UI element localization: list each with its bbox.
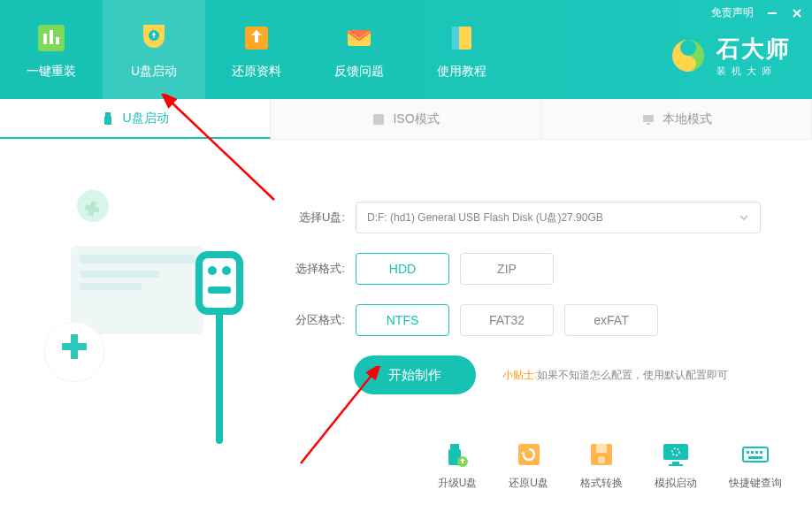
mode-tabs: U盘启动 ISO模式 本地模式 (0, 99, 812, 140)
start-button[interactable]: 开始制作 (354, 355, 476, 394)
tool-label: 格式转换 (580, 476, 623, 491)
format-zip[interactable]: ZIP (460, 253, 554, 285)
monitor-icon (641, 112, 655, 126)
svg-rect-39 (743, 447, 768, 462)
svg-point-24 (208, 266, 217, 275)
chart-icon (33, 19, 70, 57)
svg-rect-14 (373, 114, 384, 125)
book-icon (443, 19, 480, 57)
illustration (27, 166, 257, 449)
svg-rect-6 (56, 37, 59, 44)
svg-rect-15 (643, 115, 654, 122)
svg-rect-42 (755, 451, 758, 454)
svg-rect-19 (80, 271, 159, 278)
restore-icon (511, 439, 547, 470)
svg-rect-4 (43, 34, 47, 44)
mail-icon (341, 19, 378, 57)
tool-label: 快捷键查询 (729, 476, 782, 491)
nav-usb-boot[interactable]: U盘启动 (103, 0, 205, 99)
svg-rect-16 (647, 123, 650, 125)
svg-point-34 (598, 456, 605, 463)
partition-row: 分区格式: NTFS FAT32 exFAT (283, 304, 812, 336)
nav-label: 还原资料 (232, 64, 281, 80)
tool-label: 还原U盘 (509, 476, 548, 491)
svg-rect-43 (760, 451, 762, 454)
bottom-tools: 升级U盘 还原U盘 格式转换 模拟启动 快捷键查询 (438, 439, 782, 491)
part-ntfs[interactable]: NTFS (356, 304, 449, 336)
tab-label: 本地模式 (663, 111, 712, 127)
nav-label: 一键重装 (27, 64, 76, 80)
svg-rect-5 (50, 30, 53, 44)
disk-label: 选择U盘: (283, 210, 345, 225)
disk-value: D:F: (hd1) General USB Flash Disk (U盘)27… (367, 210, 603, 225)
nav-label: 使用教程 (437, 64, 486, 80)
close-button[interactable] (791, 7, 803, 19)
svg-rect-13 (104, 116, 111, 125)
tool-label: 升级U盘 (438, 476, 478, 491)
part-fat32[interactable]: FAT32 (460, 304, 554, 336)
svg-rect-33 (596, 444, 607, 453)
brand-subtitle: 装机大师 (716, 65, 791, 78)
tab-label: ISO模式 (393, 111, 439, 127)
format-row: 选择格式: HDD ZIP (283, 253, 812, 285)
monitor-play-icon (658, 439, 693, 470)
brand: 石大师 装机大师 (669, 34, 791, 78)
format-options: HDD ZIP (356, 253, 554, 285)
tool-format-convert[interactable]: 格式转换 (580, 439, 623, 491)
part-exfat[interactable]: exFAT (564, 304, 658, 336)
svg-rect-18 (80, 255, 195, 264)
brand-logo-icon (669, 36, 708, 75)
tip: 小贴士:如果不知道怎么配置，使用默认配置即可 (502, 368, 728, 383)
tab-iso[interactable]: ISO模式 (271, 99, 541, 139)
tab-label: U盘启动 (122, 111, 168, 126)
svg-rect-36 (672, 462, 679, 464)
svg-rect-40 (747, 451, 749, 454)
tool-label: 模拟启动 (655, 476, 697, 491)
start-row: 开始制作 小贴士:如果不知道怎么配置，使用默认配置即可 (354, 355, 812, 394)
svg-rect-11 (452, 27, 459, 50)
svg-rect-23 (199, 255, 240, 311)
chevron-down-icon (739, 212, 749, 223)
tool-hotkey[interactable]: 快捷键查询 (729, 439, 782, 491)
tip-text: 如果不知道怎么配置，使用默认配置即可 (537, 369, 728, 381)
usb-icon (101, 111, 115, 126)
partition-options: NTFS FAT32 exFAT (356, 304, 658, 336)
format-hdd[interactable]: HDD (356, 253, 449, 285)
svg-rect-31 (518, 444, 540, 465)
keyboard-icon (738, 439, 773, 470)
usb-upgrade-icon (440, 439, 475, 470)
nav-restore[interactable]: 还原资料 (205, 0, 308, 99)
upload-icon (238, 19, 275, 57)
brand-title: 石大师 (716, 34, 791, 65)
svg-rect-26 (208, 287, 231, 294)
tool-simulate[interactable]: 模拟启动 (655, 439, 697, 491)
svg-rect-12 (105, 112, 111, 116)
svg-rect-41 (751, 451, 754, 454)
tool-upgrade-usb[interactable]: 升级U盘 (438, 439, 478, 491)
tab-local[interactable]: 本地模式 (541, 99, 812, 139)
svg-rect-44 (748, 456, 762, 459)
nav-feedback[interactable]: 反馈问题 (308, 0, 410, 99)
nav-label: U盘启动 (131, 64, 177, 80)
tip-label: 小贴士: (502, 369, 537, 381)
partition-label: 分区格式: (283, 312, 345, 328)
svg-point-25 (222, 266, 231, 275)
header: 免责声明 一键重装 U盘启动 还原资料 (0, 0, 812, 99)
nav-tutorial[interactable]: 使用教程 (410, 0, 513, 99)
disclaimer-link[interactable]: 免责声明 (711, 5, 754, 20)
svg-rect-20 (80, 283, 142, 290)
svg-rect-28 (450, 444, 459, 449)
disk-icon (584, 439, 619, 470)
main-content: 选择U盘: D:F: (hd1) General USB Flash Disk … (0, 140, 812, 394)
nav-reinstall[interactable]: 一键重装 (0, 0, 103, 99)
format-label: 选择格式: (283, 261, 345, 277)
minimize-button[interactable] (766, 7, 778, 19)
topbar: 免责声明 (711, 5, 803, 20)
tab-usb-boot[interactable]: U盘启动 (0, 99, 271, 139)
disk-row: 选择U盘: D:F: (hd1) General USB Flash Disk … (283, 202, 812, 233)
shield-icon (135, 19, 172, 57)
disk-select[interactable]: D:F: (hd1) General USB Flash Disk (U盘)27… (356, 202, 761, 233)
nav-label: 反馈问题 (334, 64, 384, 80)
iso-icon (372, 112, 386, 126)
tool-restore-usb[interactable]: 还原U盘 (509, 439, 548, 491)
